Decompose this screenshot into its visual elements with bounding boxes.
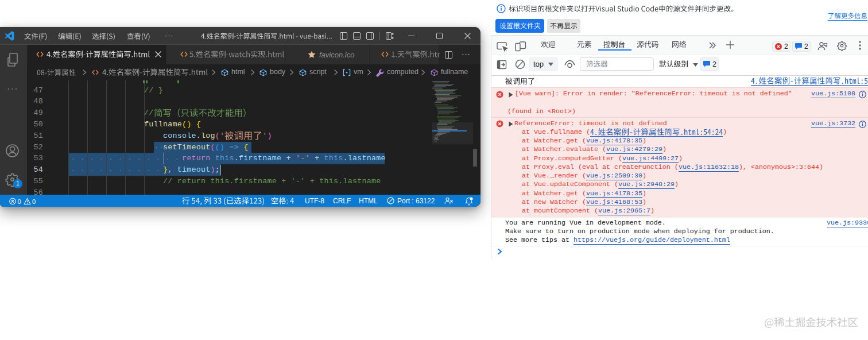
svg-text:0: 0 (32, 198, 36, 204)
svg-text:0: 0 (18, 198, 21, 204)
